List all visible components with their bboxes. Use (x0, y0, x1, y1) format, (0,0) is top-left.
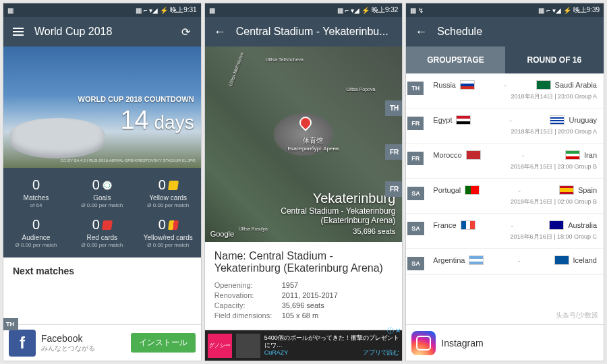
watermark: 头条号/少数派 (556, 311, 598, 320)
map-view[interactable]: Ulitsa Mel'nikova Ulitsa Tatishcheva Uli… (205, 47, 403, 242)
ad-banner[interactable]: TH f Facebook みんなとつながる インストール (3, 324, 201, 361)
match-row[interactable]: FR Egypt - Uruguay 2018年6月15日 | 20:00 Gr… (406, 109, 604, 144)
day-badge: FR (385, 144, 403, 160)
countdown-label: WORLD CUP 2018 COUNTDOWN (78, 95, 194, 103)
install-button[interactable]: インストール (131, 333, 196, 353)
stat-cell: 0 Yellow cards Ø 0.00 per match (136, 173, 201, 212)
hero-banner: WORLD CUP 2018 COUNTDOWN 14 days CC BY-S… (3, 47, 201, 168)
status-time: 晚上9:32 (372, 5, 398, 15)
status-bar: ▦ ↯ ▦ ⌐ ▾◢ ⚡ 晚上9:39 (406, 3, 604, 17)
away-team: Australia (549, 220, 597, 230)
back-icon[interactable]: ← (414, 25, 428, 38)
score-separator: - (521, 151, 524, 159)
flag-icon (559, 185, 574, 195)
tab-round-of-16[interactable]: ROUND OF 16 (505, 47, 604, 73)
away-team: Spain (559, 185, 597, 195)
ad-icon: グノシー (208, 334, 232, 358)
status-icons: ▦ ⌐ ▾◢ ⚡ (337, 7, 370, 14)
day-badge: TH (385, 100, 403, 116)
away-team: Iran (565, 150, 597, 160)
match-row[interactable]: SA France - Australia 2018年6月16日 | 18:00… (406, 214, 604, 249)
ad-banner[interactable]: グノシー 5400個のボールがやってきた！衝撃のプレゼントにワ… CuRAZY … (205, 330, 403, 361)
flag-icon (465, 185, 480, 195)
match-row[interactable]: SA Argentina - Iceland (406, 249, 604, 275)
app-bar: ← Schedule (406, 17, 604, 47)
status-icon-left: ▦ (209, 7, 215, 14)
page-title: Central Stadium - Yekaterinbu... (236, 26, 395, 38)
menu-icon[interactable] (11, 25, 25, 38)
page-title: World Cup 2018 (34, 26, 170, 38)
score-separator: - (504, 81, 507, 89)
flag-icon (456, 115, 471, 125)
stat-cell: 0 Matches of 64 (3, 173, 69, 212)
street-label: Ulitsa Popova (346, 87, 375, 92)
ad-text: Facebook みんなとつながる (41, 333, 131, 353)
flag-icon (565, 150, 580, 160)
facebook-icon: f (9, 330, 36, 357)
status-bar: ▦ ▦ ⌐ ▾◢ ⚡ 晚上9:32 (205, 3, 403, 17)
page-title: Schedule (437, 26, 596, 38)
match-row[interactable]: FR Morocco - Iran 2018年6月15日 | 23:00 Gro… (406, 144, 604, 179)
detail-row: Capacity:35,696 seats (214, 301, 393, 309)
match-row[interactable]: TH Russia - Saudi Arabia 2018年6月14日 | 23… (406, 73, 604, 109)
detail-row: Renovation:2011, 2015-2017 (214, 291, 393, 299)
tab-groupstage[interactable]: GROUPSTAGE (406, 47, 504, 73)
day-badge: FR (407, 117, 424, 130)
ad-info-icon[interactable]: ⓘ ✕ (387, 326, 401, 336)
ad-thumbnail (236, 334, 260, 358)
screen-home: ▦ ▦ ⌐ ▾◢ ⚡ 晚上9:31 World Cup 2018 ⟳ WORLD… (3, 3, 202, 361)
stats-grid: 0 Matches of 64 0 Goals Ø 0.00 per match… (3, 168, 201, 257)
ad-banner[interactable]: Instagram (406, 324, 604, 361)
flag-icon (549, 220, 564, 230)
stat-cell: 0 Goals Ø 0.00 per match (69, 173, 135, 212)
flag-icon (554, 255, 569, 265)
next-matches-heading: Next matches (3, 257, 201, 284)
score-separator: - (511, 221, 514, 229)
day-badge: SA (407, 257, 424, 270)
status-icons: ▦ ⌐ ▾◢ ⚡ (538, 7, 571, 14)
street-label: Ulitsa Tatishcheva (266, 57, 304, 62)
stat-icon (168, 181, 179, 190)
back-icon[interactable]: ← (213, 25, 227, 38)
ad-text: Instagram (441, 338, 604, 348)
score-separator: - (518, 186, 521, 194)
image-credit: CC BY-SA 4.0 | RUS-2016-AERIAL-SPB-KREST… (61, 158, 196, 162)
stat-icon (168, 220, 179, 230)
home-team: Portugal (433, 185, 480, 195)
screen-schedule: ▦ ↯ ▦ ⌐ ▾◢ ⚡ 晚上9:39 ← Schedule GROUPSTAG… (405, 3, 604, 361)
stat-cell: 0 Red cards Ø 0.00 per match (69, 213, 135, 252)
match-meta: 2018年6月15日 | 20:00 Group A (433, 127, 597, 136)
refresh-icon[interactable]: ⟳ (179, 25, 193, 38)
stadium-name: Name: Central Stadium - Yekaterinburg (E… (214, 250, 393, 274)
away-team: Saudi Arabia (536, 80, 597, 90)
status-bar: ▦ ▦ ⌐ ▾◢ ⚡ 晚上9:31 (3, 3, 201, 17)
stat-icon (102, 220, 113, 230)
status-time: 晚上9:39 (573, 5, 600, 15)
status-time: 晚上9:31 (170, 5, 196, 15)
home-team: Russia (433, 80, 475, 90)
home-team: France (433, 220, 475, 230)
day-badge: TH (3, 318, 18, 330)
match-meta: 2018年6月14日 | 23:00 Group A (433, 92, 597, 101)
day-badge: SA (407, 187, 424, 200)
flag-icon (469, 255, 484, 265)
match-meta: 2018年6月16日 | 18:00 Group C (433, 233, 597, 241)
status-icon-left: ▦ (7, 7, 13, 14)
app-bar: World Cup 2018 ⟳ (3, 17, 201, 47)
stat-cell: 0 Yellow/red cards Ø 0.00 per match (136, 213, 201, 252)
tab-bar: GROUPSTAGE ROUND OF 16 (406, 47, 604, 73)
google-watermark: Google (210, 230, 234, 238)
flag-icon (466, 150, 481, 160)
day-badge: SA (407, 222, 424, 235)
match-row[interactable]: SA Portugal - Spain 2018年6月16日 | 02:00 G… (406, 179, 604, 214)
away-team: Iceland (554, 255, 597, 265)
status-icon-left: ▦ ↯ (410, 7, 424, 14)
home-team: Egypt (433, 115, 471, 125)
map-pin-label: 体育馆Екатеринбург Арена (288, 136, 339, 152)
stadium-details: Name: Central Stadium - Yekaterinburg (E… (205, 242, 403, 330)
match-list[interactable]: TH Russia - Saudi Arabia 2018年6月14日 | 23… (406, 73, 604, 324)
map-overlay-info: Yekaterinburg Central Stadium - Yekateri… (274, 191, 395, 235)
day-badge: FR (385, 181, 403, 197)
flag-icon (460, 80, 475, 90)
match-meta: 2018年6月16日 | 02:00 Group B (433, 198, 597, 206)
